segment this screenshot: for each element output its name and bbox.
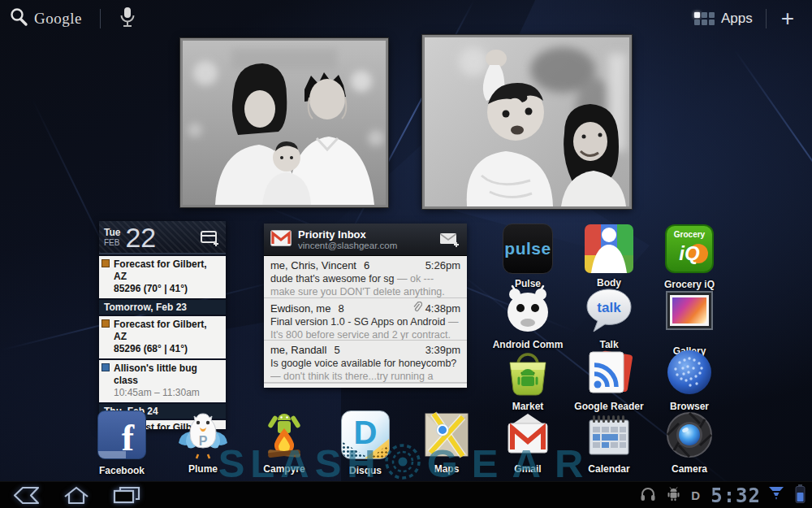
compose-email-icon[interactable] xyxy=(439,232,460,252)
app-google-reader[interactable]: Google Reader xyxy=(568,346,650,412)
add-widget-button[interactable]: + xyxy=(773,7,802,30)
home-button[interactable] xyxy=(62,486,91,508)
plume-bird-icon: P xyxy=(177,409,229,461)
email-count: 5 xyxy=(334,344,339,356)
email-subject: Final version 1.0 - SG Apps on Android xyxy=(270,316,445,328)
app-facebook[interactable]: f Facebook xyxy=(81,409,162,476)
app-maps[interactable]: Maps xyxy=(406,409,487,475)
svg-text:talk: talk xyxy=(597,300,621,315)
wallpaper-streak xyxy=(733,49,812,250)
disqus-icon: D xyxy=(341,410,390,459)
event-title: Forecast for Gilbert, AZ xyxy=(114,319,221,343)
app-grocery-iq[interactable]: Grocery iQ Grocery iQ xyxy=(649,223,730,290)
status-clock[interactable]: 5:32 xyxy=(710,484,761,507)
maps-icon xyxy=(421,409,473,461)
home-screen: Google Apps + xyxy=(0,0,812,508)
app-label: Plume xyxy=(162,463,244,475)
google-search-button[interactable]: Google xyxy=(8,7,87,31)
inbox-account-email: vincent@slashgear.com xyxy=(298,241,397,251)
new-event-icon[interactable] xyxy=(200,229,221,250)
event-marker xyxy=(102,259,110,267)
facebook-icon: f xyxy=(97,410,146,459)
calendar-event-row[interactable]: Forecast for Gilbert, AZ 85296 (68° | 41… xyxy=(99,316,226,358)
home-icon xyxy=(62,493,91,507)
campyre-campfire-icon xyxy=(258,409,310,461)
market-icon xyxy=(502,346,554,398)
android-debug-status-icon xyxy=(667,487,680,505)
camera-lens-icon xyxy=(663,409,715,461)
calendar-day-name: Tue xyxy=(104,228,120,238)
attachment-paperclip-icon xyxy=(412,302,422,315)
topbar-divider xyxy=(766,9,767,28)
calendar-widget-header[interactable]: Tue FEB 22 xyxy=(99,221,226,254)
gmail-priority-inbox-widget[interactable]: Priority Inbox vincent@slashgear.com me,… xyxy=(264,224,467,388)
headphones-status-icon xyxy=(640,487,656,505)
app-campyre[interactable]: Campyre xyxy=(244,409,325,475)
recent-apps-button[interactable] xyxy=(112,486,141,508)
photo-frame-widget-baby[interactable] xyxy=(422,35,632,209)
body-icon xyxy=(583,223,635,275)
event-detail: 85296 (68° | 41°) xyxy=(114,343,221,355)
app-android-community[interactable]: Android Comm xyxy=(487,284,568,350)
talk-icon: talk xyxy=(583,284,635,336)
calendar-event-row[interactable]: Forecast for Gilbert, AZ 85296 (70° | 41… xyxy=(99,256,226,298)
app-pulse[interactable]: pulse Pulse xyxy=(487,223,568,289)
event-title: Forecast for Gilbert, AZ xyxy=(114,258,221,283)
app-disqus[interactable]: D Disqus xyxy=(325,409,406,476)
recent-apps-icon xyxy=(112,493,141,507)
event-time: 10:45am – 11:30am xyxy=(114,387,221,399)
app-camera[interactable]: Camera xyxy=(649,409,730,475)
topbar-divider xyxy=(100,9,101,28)
email-subject: dude that's awesome for sg xyxy=(270,273,394,284)
app-talk[interactable]: talk Talk xyxy=(568,284,650,350)
browser-globe-icon xyxy=(663,346,715,398)
family-photo-image xyxy=(183,41,386,205)
email-time: 5:26pm xyxy=(425,259,460,271)
email-row[interactable]: me, Randall 5 3:39pm Is google voice ava… xyxy=(264,341,467,383)
app-plume[interactable]: P Plume xyxy=(162,409,244,475)
grocery-iq-icon: Grocery iQ xyxy=(665,224,714,273)
event-marker xyxy=(102,363,110,371)
back-button[interactable] xyxy=(11,486,41,508)
email-row[interactable]: Ewdison, me 8 4:38pm Final version 1.0 -… xyxy=(264,298,467,341)
app-market[interactable]: Market xyxy=(487,346,568,412)
back-icon xyxy=(11,493,41,507)
event-detail: 85296 (70° | 41°) xyxy=(114,283,221,295)
gmail-envelope-icon xyxy=(502,409,554,461)
signal-strength-icon xyxy=(768,486,784,506)
pulse-icon: pulse xyxy=(503,224,553,274)
svg-text:P: P xyxy=(199,434,208,448)
app-gmail[interactable]: Gmail xyxy=(487,409,568,475)
app-label: Campyre xyxy=(244,463,325,475)
email-row[interactable]: me, Chris, Vincent 6 5:26pm dude that's … xyxy=(264,256,467,298)
app-label: Facebook xyxy=(81,465,162,476)
event-title: Allison's little bug class xyxy=(114,363,221,387)
email-senders: me, Chris, Vincent xyxy=(270,259,356,271)
calendar-month: FEB xyxy=(104,238,120,247)
app-browser[interactable]: Browser xyxy=(649,346,730,412)
event-marker xyxy=(102,319,110,328)
app-calendar[interactable]: Calendar xyxy=(568,409,650,475)
email-time: 3:39pm xyxy=(425,344,460,356)
app-label: Gmail xyxy=(487,463,568,475)
email-senders: Ewdison, me xyxy=(270,302,330,315)
battery-status-icon xyxy=(795,484,806,506)
email-senders: me, Randall xyxy=(270,344,326,356)
app-label: Maps xyxy=(406,463,487,475)
app-body[interactable]: Body xyxy=(568,223,650,289)
apps-button[interactable]: Apps xyxy=(688,7,759,30)
system-bar: D 5:32 xyxy=(0,481,812,508)
gallery-icon xyxy=(666,291,713,330)
calendar-app-icon xyxy=(583,409,635,461)
calendar-day-number: 22 xyxy=(125,224,156,251)
email-count: 8 xyxy=(338,302,343,315)
voice-search-button[interactable] xyxy=(114,4,141,33)
photo-frame-widget-family[interactable] xyxy=(180,38,388,207)
calendar-event-row[interactable]: Allison's little bug class 10:45am – 11:… xyxy=(99,360,226,402)
apps-grid-icon xyxy=(694,12,715,25)
debug-d-status-icon: D xyxy=(691,488,700,502)
email-count: 6 xyxy=(364,259,369,271)
inbox-widget-header[interactable]: Priority Inbox vincent@slashgear.com xyxy=(264,224,467,256)
microphone-icon xyxy=(119,17,136,31)
calendar-weather-widget[interactable]: Tue FEB 22 Forecast for Gilbert, AZ 8529… xyxy=(99,221,226,429)
